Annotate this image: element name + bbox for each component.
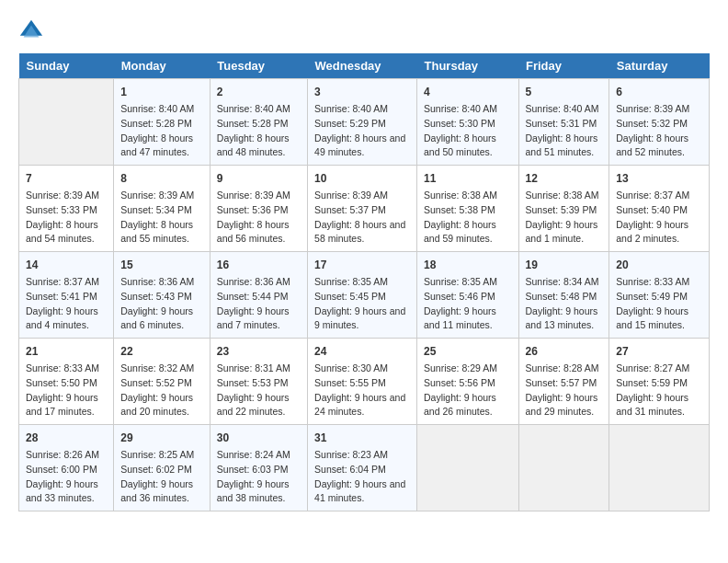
header-cell-sunday: Sunday — [19, 53, 114, 79]
day-info: Sunrise: 8:30 AMSunset: 5:55 PMDaylight:… — [314, 362, 410, 419]
day-cell: 12Sunrise: 8:38 AMSunset: 5:39 PMDayligh… — [518, 166, 609, 252]
day-cell: 11Sunrise: 8:38 AMSunset: 5:38 PMDayligh… — [417, 166, 518, 252]
day-cell: 18Sunrise: 8:35 AMSunset: 5:46 PMDayligh… — [417, 252, 518, 339]
day-number: 21 — [26, 343, 107, 360]
day-info: Sunrise: 8:37 AMSunset: 5:41 PMDaylight:… — [26, 275, 107, 333]
day-cell — [417, 425, 518, 511]
day-info: Sunrise: 8:33 AMSunset: 5:50 PMDaylight:… — [26, 362, 107, 419]
day-number: 15 — [120, 257, 203, 273]
day-number: 14 — [26, 257, 107, 273]
day-number: 2 — [217, 84, 301, 100]
day-info: Sunrise: 8:40 AMSunset: 5:31 PMDaylight:… — [526, 102, 603, 160]
day-info: Sunrise: 8:34 AMSunset: 5:48 PMDaylight:… — [526, 275, 603, 333]
day-cell: 20Sunrise: 8:33 AMSunset: 5:49 PMDayligh… — [609, 252, 710, 339]
day-info: Sunrise: 8:23 AMSunset: 6:04 PMDaylight:… — [314, 448, 410, 506]
calendar-header: SundayMondayTuesdayWednesdayThursdayFrid… — [19, 53, 710, 79]
day-cell: 1Sunrise: 8:40 AMSunset: 5:28 PMDaylight… — [114, 79, 210, 166]
day-number: 30 — [217, 430, 301, 446]
day-info: Sunrise: 8:31 AMSunset: 5:53 PMDaylight:… — [217, 362, 301, 419]
day-number: 6 — [616, 84, 702, 100]
day-info: Sunrise: 8:39 AMSunset: 5:33 PMDaylight:… — [26, 189, 107, 247]
day-number: 28 — [26, 430, 107, 446]
day-number: 25 — [424, 343, 511, 360]
day-cell: 21Sunrise: 8:33 AMSunset: 5:50 PMDayligh… — [19, 339, 114, 425]
day-cell: 8Sunrise: 8:39 AMSunset: 5:34 PMDaylight… — [114, 166, 210, 252]
day-info: Sunrise: 8:40 AMSunset: 5:28 PMDaylight:… — [120, 102, 203, 160]
day-number: 20 — [616, 257, 702, 273]
calendar-body: 1Sunrise: 8:40 AMSunset: 5:28 PMDaylight… — [19, 79, 710, 511]
day-cell: 15Sunrise: 8:36 AMSunset: 5:43 PMDayligh… — [114, 252, 210, 339]
day-info: Sunrise: 8:38 AMSunset: 5:38 PMDaylight:… — [424, 189, 511, 247]
day-cell: 24Sunrise: 8:30 AMSunset: 5:55 PMDayligh… — [308, 339, 417, 425]
day-cell: 3Sunrise: 8:40 AMSunset: 5:29 PMDaylight… — [308, 79, 417, 166]
day-number: 12 — [526, 170, 603, 187]
day-info: Sunrise: 8:36 AMSunset: 5:43 PMDaylight:… — [120, 275, 203, 333]
day-cell — [518, 425, 609, 511]
day-cell: 23Sunrise: 8:31 AMSunset: 5:53 PMDayligh… — [210, 339, 307, 425]
day-cell: 6Sunrise: 8:39 AMSunset: 5:32 PMDaylight… — [609, 79, 710, 166]
logo — [18, 18, 48, 44]
day-info: Sunrise: 8:39 AMSunset: 5:32 PMDaylight:… — [616, 102, 702, 160]
day-number: 1 — [120, 84, 203, 100]
day-cell: 10Sunrise: 8:39 AMSunset: 5:37 PMDayligh… — [308, 166, 417, 252]
day-cell: 7Sunrise: 8:39 AMSunset: 5:33 PMDaylight… — [19, 166, 114, 252]
day-number: 23 — [217, 343, 301, 360]
day-cell: 14Sunrise: 8:37 AMSunset: 5:41 PMDayligh… — [19, 252, 114, 339]
day-cell: 29Sunrise: 8:25 AMSunset: 6:02 PMDayligh… — [114, 425, 210, 511]
day-info: Sunrise: 8:35 AMSunset: 5:46 PMDaylight:… — [424, 275, 511, 333]
day-number: 18 — [424, 257, 511, 273]
day-info: Sunrise: 8:26 AMSunset: 6:00 PMDaylight:… — [26, 448, 107, 506]
day-cell: 9Sunrise: 8:39 AMSunset: 5:36 PMDaylight… — [210, 166, 307, 252]
day-number: 29 — [120, 430, 203, 446]
day-info: Sunrise: 8:39 AMSunset: 5:36 PMDaylight:… — [217, 189, 301, 247]
day-cell: 25Sunrise: 8:29 AMSunset: 5:56 PMDayligh… — [417, 339, 518, 425]
day-info: Sunrise: 8:36 AMSunset: 5:44 PMDaylight:… — [217, 275, 301, 333]
day-cell: 13Sunrise: 8:37 AMSunset: 5:40 PMDayligh… — [609, 166, 710, 252]
day-info: Sunrise: 8:33 AMSunset: 5:49 PMDaylight:… — [616, 275, 702, 333]
day-number: 11 — [424, 170, 511, 187]
day-info: Sunrise: 8:28 AMSunset: 5:57 PMDaylight:… — [526, 362, 603, 419]
day-info: Sunrise: 8:40 AMSunset: 5:28 PMDaylight:… — [217, 102, 301, 160]
day-cell: 17Sunrise: 8:35 AMSunset: 5:45 PMDayligh… — [308, 252, 417, 339]
day-info: Sunrise: 8:39 AMSunset: 5:34 PMDaylight:… — [120, 189, 203, 247]
header-cell-monday: Monday — [114, 53, 210, 79]
day-cell — [19, 79, 114, 166]
week-row: 7Sunrise: 8:39 AMSunset: 5:33 PMDaylight… — [19, 166, 710, 252]
header-row: SundayMondayTuesdayWednesdayThursdayFrid… — [19, 53, 710, 79]
day-number: 22 — [120, 343, 203, 360]
day-info: Sunrise: 8:40 AMSunset: 5:30 PMDaylight:… — [424, 102, 511, 160]
day-info: Sunrise: 8:35 AMSunset: 5:45 PMDaylight:… — [314, 275, 410, 333]
day-number: 4 — [424, 84, 511, 100]
day-cell: 27Sunrise: 8:27 AMSunset: 5:59 PMDayligh… — [609, 339, 710, 425]
header-cell-saturday: Saturday — [609, 53, 710, 79]
day-cell: 30Sunrise: 8:24 AMSunset: 6:03 PMDayligh… — [210, 425, 307, 511]
day-info: Sunrise: 8:38 AMSunset: 5:39 PMDaylight:… — [526, 189, 603, 247]
day-cell: 16Sunrise: 8:36 AMSunset: 5:44 PMDayligh… — [210, 252, 307, 339]
day-number: 31 — [314, 430, 410, 446]
day-number: 3 — [314, 84, 410, 100]
day-number: 27 — [616, 343, 702, 360]
day-info: Sunrise: 8:29 AMSunset: 5:56 PMDaylight:… — [424, 362, 511, 419]
header-cell-thursday: Thursday — [417, 53, 518, 79]
day-number: 7 — [26, 170, 107, 187]
day-number: 8 — [120, 170, 203, 187]
day-cell — [609, 425, 710, 511]
day-number: 5 — [526, 84, 603, 100]
week-row: 1Sunrise: 8:40 AMSunset: 5:28 PMDaylight… — [19, 79, 710, 166]
day-cell: 28Sunrise: 8:26 AMSunset: 6:00 PMDayligh… — [19, 425, 114, 511]
day-info: Sunrise: 8:25 AMSunset: 6:02 PMDaylight:… — [120, 448, 203, 506]
calendar-table: SundayMondayTuesdayWednesdayThursdayFrid… — [18, 53, 710, 511]
day-number: 13 — [616, 170, 702, 187]
day-cell: 19Sunrise: 8:34 AMSunset: 5:48 PMDayligh… — [518, 252, 609, 339]
day-number: 16 — [217, 257, 301, 273]
day-cell: 26Sunrise: 8:28 AMSunset: 5:57 PMDayligh… — [518, 339, 609, 425]
week-row: 28Sunrise: 8:26 AMSunset: 6:00 PMDayligh… — [19, 425, 710, 511]
day-number: 9 — [217, 170, 301, 187]
day-cell: 31Sunrise: 8:23 AMSunset: 6:04 PMDayligh… — [308, 425, 417, 511]
day-cell: 4Sunrise: 8:40 AMSunset: 5:30 PMDaylight… — [417, 79, 518, 166]
header-cell-tuesday: Tuesday — [210, 53, 307, 79]
day-number: 24 — [314, 343, 410, 360]
day-info: Sunrise: 8:24 AMSunset: 6:03 PMDaylight:… — [217, 448, 301, 506]
day-info: Sunrise: 8:32 AMSunset: 5:52 PMDaylight:… — [120, 362, 203, 419]
header-cell-friday: Friday — [518, 53, 609, 79]
